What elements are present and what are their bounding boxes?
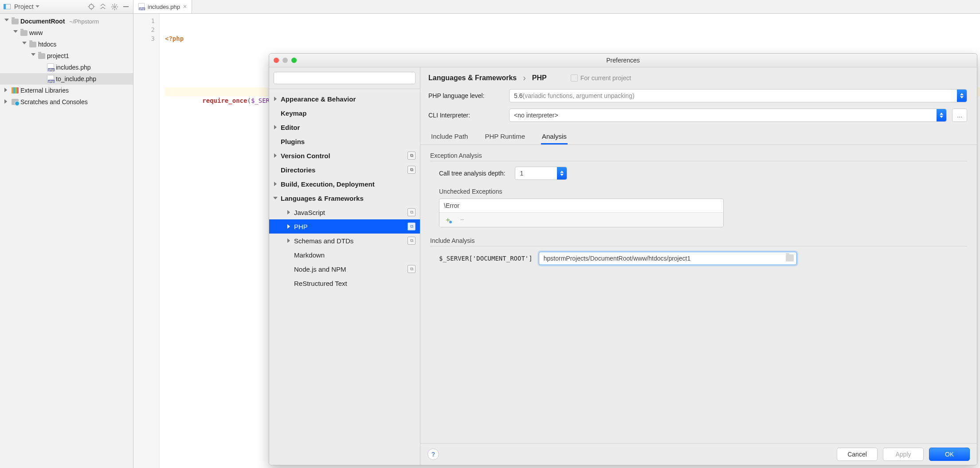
scope-label: For current project	[580, 74, 631, 82]
remove-icon[interactable]	[458, 216, 466, 224]
expand-icon[interactable]	[31, 53, 36, 58]
add-icon[interactable]	[444, 216, 452, 224]
project-scope-icon: ⧉	[408, 208, 416, 216]
svg-line-13	[116, 8, 117, 9]
project-scope-icon	[571, 74, 578, 82]
dialog-footer: ? Cancel Apply OK	[420, 443, 977, 465]
pref-item-keymap[interactable]: Keymap	[269, 106, 420, 120]
pref-item-appearance[interactable]: Appearance & Behavior	[269, 92, 420, 106]
preferences-search-input[interactable]	[274, 72, 416, 84]
chevron-right-icon[interactable]	[286, 224, 291, 229]
tab-php-runtime[interactable]: PHP Runtime	[484, 130, 526, 144]
pref-item-editor[interactable]: Editor	[269, 120, 420, 134]
list-item[interactable]: \Error	[439, 199, 723, 213]
project-view-label[interactable]: Project	[14, 3, 39, 10]
pref-label: Build, Execution, Deployment	[281, 180, 375, 188]
php-language-level-select[interactable]: 5.6 (variadic functions, argument unpack…	[509, 89, 967, 102]
chevron-right-icon[interactable]	[273, 153, 278, 158]
collapse-all-icon[interactable]	[98, 2, 107, 11]
tree-label: Scratches and Consoles	[20, 98, 88, 105]
pref-item-markdown[interactable]: Markdown	[269, 248, 420, 262]
close-icon[interactable]: ✕	[183, 4, 187, 10]
tree-www[interactable]: www	[0, 27, 133, 39]
chevron-down-icon[interactable]	[273, 195, 278, 201]
more-label: ...	[957, 112, 962, 119]
project-toolbar: Project	[0, 0, 133, 14]
preferences-search-wrap	[269, 67, 420, 89]
expand-icon[interactable]	[22, 42, 27, 47]
call-tree-depth-select[interactable]: 1	[515, 167, 567, 180]
cancel-button[interactable]: Cancel	[837, 448, 878, 461]
chevron-right-icon[interactable]	[273, 181, 278, 187]
unchecked-exceptions-title: Unchecked Exceptions	[439, 188, 967, 195]
apply-button[interactable]: Apply	[883, 448, 924, 461]
browse-folder-icon[interactable]	[786, 254, 794, 261]
editor-tab-includes[interactable]: includes.php ✕	[133, 0, 192, 13]
pref-item-directories[interactable]: Directories⧉	[269, 163, 420, 177]
tree-htdocs[interactable]: htdocs	[0, 39, 133, 50]
document-root-row: $_SERVER['DOCUMENT_ROOT'] hpstormProject…	[439, 252, 967, 265]
chevron-right-icon[interactable]	[286, 210, 291, 215]
select-stepper-icon[interactable]	[557, 167, 567, 179]
ok-button[interactable]: OK	[929, 448, 970, 461]
pref-item-nodejs[interactable]: Node.js and NPM⧉	[269, 262, 420, 276]
select-stepper-icon[interactable]	[957, 90, 967, 102]
code-token: <?php	[165, 35, 184, 42]
cli-interpreter-more-button[interactable]: ...	[952, 109, 967, 122]
unchecked-exceptions-list[interactable]: \Error	[439, 199, 724, 227]
section-exception-analysis: Exception Analysis	[430, 152, 967, 159]
pref-item-restructured-text[interactable]: ReStructured Text	[269, 276, 420, 290]
project-tree[interactable]: DocumentRoot ~/Phpstorm www htdocs proje…	[0, 14, 133, 468]
tree-root[interactable]: DocumentRoot ~/Phpstorm	[0, 16, 133, 27]
chevron-right-icon[interactable]	[286, 238, 291, 243]
divider	[430, 161, 967, 161]
pref-item-php[interactable]: PHP⧉	[269, 219, 420, 234]
expand-icon[interactable]	[4, 88, 10, 93]
hide-panel-icon[interactable]	[122, 2, 130, 11]
tree-file-includes[interactable]: includes.php	[0, 62, 133, 73]
php-language-level-row: PHP language level: 5.6 (variadic functi…	[428, 89, 967, 102]
pref-item-javascript[interactable]: JavaScript⧉	[269, 205, 420, 219]
project-scope-icon: ⧉	[408, 237, 416, 245]
document-root-input[interactable]: hpstormProjects/DocumentRoot/www/htdocs/…	[539, 252, 797, 265]
pref-label: Keymap	[281, 109, 306, 117]
preferences-breadcrumb: Languages & Frameworks › PHP For current…	[420, 67, 977, 86]
pref-item-languages-frameworks[interactable]: Languages & Frameworks	[269, 191, 420, 205]
preferences-tree[interactable]: Appearance & Behavior Keymap Editor Plug…	[269, 89, 420, 465]
pref-item-plugins[interactable]: Plugins	[269, 134, 420, 148]
pref-item-schemas[interactable]: Schemas and DTDs⧉	[269, 234, 420, 248]
section-include-analysis: Include Analysis	[430, 237, 967, 244]
pref-item-version-control[interactable]: Version Control⧉	[269, 148, 420, 163]
project-view-icon[interactable]	[3, 2, 12, 11]
tab-analysis[interactable]: Analysis	[541, 130, 568, 144]
chevron-right-icon[interactable]	[273, 125, 278, 130]
select-value: 1	[520, 170, 523, 177]
tree-scratches[interactable]: Scratches and Consoles	[0, 96, 133, 108]
tree-label: www	[29, 29, 43, 36]
chevron-right-icon[interactable]	[273, 96, 278, 101]
preferences-content[interactable]: Exception Analysis Call tree analysis de…	[420, 145, 977, 443]
expand-icon[interactable]	[4, 19, 10, 24]
expand-icon[interactable]	[13, 30, 19, 35]
locate-icon[interactable]	[87, 2, 96, 11]
tree-file-to-include[interactable]: to_include.php	[0, 73, 133, 85]
tree-project1[interactable]: project1	[0, 50, 133, 62]
pref-item-build[interactable]: Build, Execution, Deployment	[269, 177, 420, 191]
help-button[interactable]: ?	[427, 448, 439, 460]
unchecked-exceptions-section: Unchecked Exceptions \Error	[439, 188, 967, 227]
chevron-down-icon	[35, 5, 39, 8]
pref-label: Directories	[281, 166, 315, 174]
cli-interpreter-select[interactable]: <no interpreter>	[509, 109, 947, 122]
tab-include-path[interactable]: Include Path	[430, 130, 469, 144]
pref-label: Node.js and NPM	[294, 265, 346, 273]
pref-label: Version Control	[281, 152, 330, 160]
select-stepper-icon[interactable]	[937, 109, 946, 121]
project-scope-icon: ⧉	[408, 265, 416, 273]
pref-label: Markdown	[294, 251, 325, 259]
tree-external-libs[interactable]: External Libraries	[0, 85, 133, 96]
gear-icon[interactable]	[110, 2, 119, 11]
expand-icon[interactable]	[4, 99, 10, 105]
code-token: require_once	[202, 97, 247, 104]
dialog-titlebar[interactable]: Preferences	[269, 54, 977, 67]
unchecked-exceptions-toolbar	[439, 213, 723, 227]
